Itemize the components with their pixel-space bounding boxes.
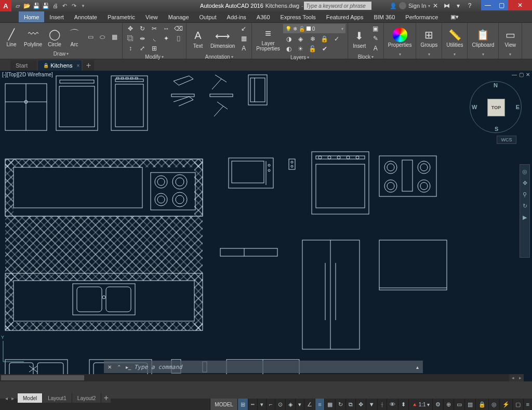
layer-freeze-icon[interactable]: ❄	[307, 34, 318, 44]
minimize-button[interactable]: —	[481, 0, 495, 10]
help-icon[interactable]: ?	[466, 2, 474, 10]
sb-autoscale-icon[interactable]: ⬍	[398, 399, 408, 410]
sb-lock-ui-icon[interactable]: 🔒	[475, 399, 488, 410]
exchange-icon[interactable]: ✕	[431, 2, 440, 10]
sb-annotation-monitor-icon[interactable]: ⊕	[443, 399, 454, 410]
panel-title-block[interactable]: Block▾	[350, 53, 381, 61]
qat-saveas-icon[interactable]: 💾	[42, 2, 50, 10]
layout-add-button[interactable]: +	[101, 393, 111, 403]
scroll-left-icon[interactable]: ◂	[509, 374, 516, 381]
sb-quick-properties-icon[interactable]: ▥	[464, 399, 475, 410]
move-icon[interactable]: ✥	[125, 24, 136, 33]
file-tab-start[interactable]: Start	[10, 60, 37, 71]
hatch-icon[interactable]: ▦	[109, 32, 120, 42]
block-attr-icon[interactable]: A	[370, 44, 381, 53]
sb-hardware-accel-icon[interactable]: ⚡	[499, 399, 512, 410]
layout-tab-2[interactable]: Layout2	[72, 393, 102, 403]
sb-iso-icon[interactable]: ◈	[285, 399, 295, 410]
close-tab-icon[interactable]: ×	[77, 63, 80, 69]
tab-a360[interactable]: A360	[251, 11, 275, 22]
layout-next-icon[interactable]: ▸	[11, 395, 18, 401]
qat-open-icon[interactable]: 📂	[23, 2, 31, 10]
qat-undo-icon[interactable]: ↶	[60, 2, 69, 10]
layer-selector[interactable]: 💡 ❄ 🔓 0 ▾	[283, 24, 345, 33]
command-line[interactable]: ✕ ⌃ ▸_ Type a command ▴	[104, 361, 423, 373]
sb-workspace-icon[interactable]: ⚙	[432, 399, 443, 410]
view-button[interactable]: ▭View	[501, 27, 520, 49]
signin-button[interactable]: 👤 Sign In ▾	[390, 2, 430, 9]
tab-output[interactable]: Output	[194, 11, 222, 22]
tab-performance[interactable]: Performance	[400, 11, 443, 22]
layer-iso-icon[interactable]: ◈	[295, 34, 307, 44]
mirror-icon[interactable]: ⇹	[137, 34, 148, 43]
panel-title-properties[interactable]: ▾	[386, 51, 414, 58]
sb-gizmo-icon[interactable]: ⟊	[377, 399, 387, 410]
panel-title-layers[interactable]: Layers▾	[254, 54, 345, 61]
arc-button[interactable]: ⌒Arc	[65, 26, 84, 48]
sb-selection-filter-icon[interactable]: ▼	[366, 399, 377, 410]
layer-unlock-icon[interactable]: 🔓	[307, 44, 318, 54]
sb-otrack-icon[interactable]: ∠	[304, 399, 315, 410]
sb-isolate-icon[interactable]: ◎	[488, 399, 499, 410]
qat-save-icon[interactable]: 💾	[32, 2, 41, 10]
sb-ortho-icon[interactable]: ⌐	[266, 399, 275, 410]
sb-osnap-icon[interactable]: ▾	[295, 399, 304, 410]
panel-title-utilities[interactable]: ▾	[444, 51, 465, 58]
sb-units-icon[interactable]: ▭	[454, 399, 464, 410]
leader-icon[interactable]: ↙	[238, 24, 249, 33]
layout-tab-1[interactable]: Layout1	[43, 393, 72, 403]
dimension-button[interactable]: ⟷Dimension	[208, 28, 237, 50]
extend-icon[interactable]: ↔	[161, 24, 172, 33]
fillet-icon[interactable]: ◟	[149, 34, 160, 43]
search-input[interactable]: Type a keyword or phrase	[304, 2, 371, 10]
stayconnected-icon[interactable]: ⧓	[443, 2, 451, 10]
vp-close-icon[interactable]: ✕	[526, 72, 530, 77]
sb-polar-icon[interactable]: ⊙	[275, 399, 285, 410]
sb-3dosnap-icon[interactable]: ⧉	[345, 399, 355, 410]
sb-transparency-icon[interactable]: ▦	[324, 399, 335, 410]
panel-title-draw[interactable]: Draw▾	[2, 50, 120, 58]
sb-snap-icon[interactable]: ┅	[248, 399, 257, 410]
panel-title-view[interactable]: ▾	[501, 51, 520, 58]
insert-button[interactable]: ⬇Insert	[350, 28, 369, 50]
command-input[interactable]: Type a command	[134, 364, 411, 371]
utilities-button[interactable]: 📏Utilities	[444, 27, 465, 49]
close-button[interactable]: ✕	[508, 0, 532, 10]
tab-insert[interactable]: Insert	[44, 11, 69, 22]
qat-expand-icon[interactable]: ▼	[79, 2, 87, 10]
polyline-button[interactable]: 〰Polyline	[22, 26, 44, 48]
copy-icon[interactable]: ⿻	[125, 34, 136, 43]
sb-dynamic-ucs-icon[interactable]: ✥	[355, 399, 366, 410]
app-icon[interactable]: A	[0, 0, 11, 11]
rotate-icon[interactable]: ↻	[137, 24, 148, 33]
layer-off-icon[interactable]: ◑	[283, 34, 295, 44]
sb-clean-screen-icon[interactable]: ▢	[512, 399, 523, 410]
ellipse-icon[interactable]: ⬭	[97, 32, 108, 42]
layer-on-icon[interactable]: ◐	[283, 44, 295, 54]
tab-view[interactable]: View	[140, 11, 163, 22]
qat-plot-icon[interactable]: 🖨	[51, 2, 59, 10]
layer-thaw-icon[interactable]: ☀	[295, 44, 307, 54]
sb-annotation-visibility-icon[interactable]: 👁	[387, 399, 398, 410]
sb-grid-icon[interactable]: ⊞	[237, 399, 248, 410]
cmd-close-icon[interactable]: ✕	[106, 363, 113, 371]
tab-parametric[interactable]: Parametric	[102, 11, 140, 22]
tab-bim360[interactable]: BIM 360	[368, 11, 400, 22]
tab-express[interactable]: Express Tools	[275, 11, 321, 22]
panel-title-modify[interactable]: Modify▾	[125, 53, 184, 61]
properties-button[interactable]: Properties	[386, 27, 414, 49]
sb-lineweight-icon[interactable]: ≡	[315, 399, 324, 410]
sb-selection-cycling-icon[interactable]: ↻	[335, 399, 345, 410]
trim-icon[interactable]: ✂	[149, 24, 160, 33]
scrollbar-thumb[interactable]	[1, 375, 84, 380]
cmd-expand-icon[interactable]: ▴	[414, 363, 421, 371]
stretch-icon[interactable]: ↕	[125, 44, 136, 53]
new-tab-button[interactable]: +	[83, 60, 94, 71]
explode-icon[interactable]: ✦	[161, 34, 172, 43]
edit-block-icon[interactable]: ✎	[370, 34, 381, 43]
erase-icon[interactable]: ⌫	[172, 24, 184, 33]
sb-annotation-scale[interactable]: 🔺 1:1 ▾	[408, 399, 432, 410]
scale-icon[interactable]: ⤢	[137, 44, 148, 53]
rectangle-icon[interactable]: ▭	[85, 32, 96, 42]
drawing-canvas[interactable]: [-][Top][2D Wireframe] — ▢ ✕ TOP N S E W…	[0, 71, 532, 381]
